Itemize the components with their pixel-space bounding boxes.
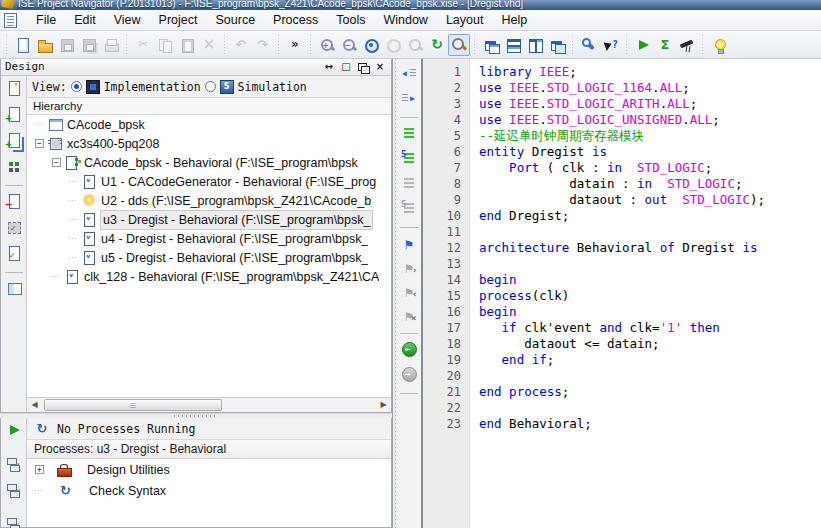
menu-item-project[interactable]: Project bbox=[150, 11, 207, 29]
hierarchy-item-label[interactable]: u3 - Dregist - Behavioral (F:\ISE_progra… bbox=[101, 211, 372, 229]
hierarchy-item-u1[interactable]: U1 - CACodeGenerator - Behavioral (F:\IS… bbox=[27, 172, 391, 191]
history-back-button[interactable]: ← bbox=[401, 341, 417, 361]
processes-tree[interactable]: +Design Utilities↻Check Syntax bbox=[27, 459, 391, 527]
menu-item-tools[interactable]: Tools bbox=[327, 11, 374, 29]
view-radio-implementation[interactable] bbox=[71, 81, 82, 92]
lightbulb-button[interactable] bbox=[708, 34, 730, 56]
hierarchy-item-label[interactable]: CAcode_bpsk - Behavioral (F:\ISE_program… bbox=[84, 154, 358, 172]
nav-next-button[interactable]: ▶ bbox=[401, 90, 417, 110]
code-editor[interactable]: 1library IEEE;2use IEEE.STD_LOGIC_1164.A… bbox=[423, 59, 821, 528]
print-button[interactable] bbox=[100, 34, 122, 56]
analyze-button[interactable] bbox=[676, 34, 698, 56]
zoom-in-button[interactable]: + bbox=[316, 34, 338, 56]
view-option-label[interactable]: Simulation bbox=[238, 79, 307, 95]
menu-item-help[interactable]: Help bbox=[492, 11, 536, 29]
menu-item-source[interactable]: Source bbox=[206, 11, 264, 29]
restore-windows-button[interactable] bbox=[546, 34, 568, 56]
process-item-label[interactable]: Check Syntax bbox=[89, 482, 166, 500]
nav-prev-button[interactable]: ◀ bbox=[401, 65, 417, 85]
lines-green-button[interactable] bbox=[401, 125, 417, 145]
tree-expander-icon[interactable]: − bbox=[35, 139, 44, 148]
hierarchy-item-cacode_bpsk[interactable]: CAcode_bpsk bbox=[27, 115, 391, 134]
hierarchy-item-label[interactable]: U1 - CACodeGenerator - Behavioral (F:\IS… bbox=[101, 173, 376, 191]
lines-5-gray-button[interactable]: 5 bbox=[401, 200, 417, 220]
run-all-button[interactable]: Σ bbox=[654, 34, 676, 56]
add-source-button[interactable]: + bbox=[6, 106, 22, 126]
hierarchy-item-label[interactable]: u5 - Dregist - Behavioral (F:\ISE_progra… bbox=[101, 249, 368, 267]
hierarchy-item-label[interactable]: xc3s400-5pq208 bbox=[67, 135, 159, 153]
code-area[interactable]: 1library IEEE;2use IEEE.STD_LOGIC_1164.A… bbox=[423, 59, 821, 528]
hierarchy-item-u4[interactable]: u4 - Dregist - Behavioral (F:\ISE_progra… bbox=[27, 229, 391, 248]
hierarchy-item-xc3s400-5pq208[interactable]: −xc3s400-5pq208 bbox=[27, 134, 391, 153]
close-panel-button[interactable]: × bbox=[373, 61, 387, 74]
library-module-button[interactable] bbox=[6, 158, 22, 178]
smart-zoom-button[interactable] bbox=[448, 34, 470, 56]
zoom-full-view-button[interactable] bbox=[360, 34, 382, 56]
hierarchy-item-clk_128[interactable]: clk_128 - Behavioral (F:\ISE_program\bps… bbox=[27, 267, 391, 286]
new-file-button[interactable] bbox=[12, 34, 34, 56]
process-down-button[interactable]: ↓ bbox=[6, 456, 22, 476]
hierarchy-item-label[interactable]: u4 - Dregist - Behavioral (F:\ISE_progra… bbox=[101, 230, 368, 248]
process-item-design-utilities[interactable]: +Design Utilities bbox=[27, 459, 391, 480]
view-radio-simulation[interactable] bbox=[205, 81, 216, 92]
hierarchy-item-label[interactable]: CAcode_bpsk bbox=[67, 116, 145, 134]
paste-button[interactable] bbox=[176, 34, 198, 56]
run-process-button[interactable] bbox=[6, 422, 22, 442]
hierarchy-horizontal-scrollbar[interactable]: ◀ ▶ bbox=[27, 397, 391, 412]
hierarchy-item-label[interactable]: clk_128 - Behavioral (F:\ISE_program\bps… bbox=[84, 268, 379, 286]
settings-wrench-button[interactable] bbox=[578, 34, 600, 56]
delete-button[interactable]: × bbox=[198, 34, 220, 56]
process-x-button[interactable]: × bbox=[6, 482, 22, 502]
open-project-button[interactable] bbox=[34, 34, 56, 56]
process-item-label[interactable]: Design Utilities bbox=[87, 461, 170, 479]
save-button[interactable] bbox=[56, 34, 78, 56]
toggle-columns-button[interactable] bbox=[6, 280, 22, 300]
refresh-view-button[interactable]: ↻ bbox=[426, 34, 448, 56]
toolbar-overflow-button[interactable]: » bbox=[284, 34, 306, 56]
lines-5-green-button[interactable]: 5 bbox=[401, 150, 417, 170]
process-item-check-syntax[interactable]: ↻Check Syntax bbox=[27, 480, 391, 501]
menu-item-layout[interactable]: Layout bbox=[437, 11, 493, 29]
tile-horizontal-button[interactable] bbox=[502, 34, 524, 56]
menu-item-process[interactable]: Process bbox=[264, 11, 327, 29]
design-summary-button[interactable]: ✓ bbox=[6, 219, 22, 239]
tree-expander-icon[interactable]: + bbox=[35, 465, 44, 474]
window-titlebar[interactable]: ISE Project Navigator (P.20131013) - F:\… bbox=[0, 0, 821, 10]
bookmark-toggle-button[interactable]: ⚑ bbox=[401, 235, 417, 254]
tree-expander-icon[interactable]: − bbox=[52, 158, 61, 167]
zoom-out-button[interactable]: − bbox=[338, 34, 360, 56]
cascade-windows-button[interactable] bbox=[480, 34, 502, 56]
menu-item-window[interactable]: Window bbox=[374, 11, 436, 29]
bookmark-prev-button[interactable]: ⚑‹ bbox=[401, 283, 417, 302]
history-forward-button[interactable]: → bbox=[401, 366, 417, 386]
hierarchy-item-u2[interactable]: U2 - dds (F:\ISE_program\bpsk_Z421\CAcod… bbox=[27, 191, 391, 210]
zoom-button[interactable] bbox=[404, 34, 426, 56]
add-copy-of-source-button[interactable]: + bbox=[6, 132, 22, 152]
hierarchy-item-cacode_bpsk[interactable]: −CAcode_bpsk - Behavioral (F:\ISE_progra… bbox=[27, 153, 391, 172]
restore-panel-button[interactable] bbox=[356, 61, 370, 74]
new-source-button[interactable]: ✶ bbox=[6, 80, 22, 100]
scrollbar-thumb[interactable] bbox=[44, 399, 222, 411]
undo-button[interactable]: ↶ bbox=[230, 34, 252, 56]
menu-item-view[interactable]: View bbox=[105, 11, 150, 29]
float-panel-button[interactable]: ↔ bbox=[322, 61, 336, 74]
hierarchy-item-u5[interactable]: u5 - Dregist - Behavioral (F:\ISE_progra… bbox=[27, 248, 391, 267]
process-check-button[interactable]: ✓ bbox=[6, 516, 22, 528]
bookmark-clear-button[interactable]: ⚑× bbox=[401, 307, 417, 326]
lines-gray-button[interactable] bbox=[401, 175, 417, 195]
run-button[interactable] bbox=[632, 34, 654, 56]
maximize-panel-button[interactable]: □ bbox=[339, 61, 353, 74]
menu-item-edit[interactable]: Edit bbox=[65, 11, 105, 29]
menu-item-file[interactable]: File bbox=[27, 11, 65, 29]
remove-source-button[interactable]: − bbox=[6, 193, 22, 213]
cut-button[interactable]: ✂ bbox=[132, 34, 154, 56]
hierarchy-item-label[interactable]: U2 - dds (F:\ISE_program\bpsk_Z421\CAcod… bbox=[101, 192, 371, 210]
hierarchy-tree[interactable]: CAcode_bpsk−xc3s400-5pq208−CAcode_bpsk -… bbox=[27, 115, 391, 397]
hierarchy-item-u3[interactable]: u3 - Dregist - Behavioral (F:\ISE_progra… bbox=[27, 210, 391, 229]
scroll-right-arrow-icon[interactable]: ▶ bbox=[376, 398, 391, 412]
copy-button[interactable] bbox=[154, 34, 176, 56]
zoom-box-button[interactable] bbox=[382, 34, 404, 56]
context-help-button[interactable]: ? bbox=[600, 34, 622, 56]
save-all-button[interactable] bbox=[78, 34, 100, 56]
tile-vertical-button[interactable] bbox=[524, 34, 546, 56]
